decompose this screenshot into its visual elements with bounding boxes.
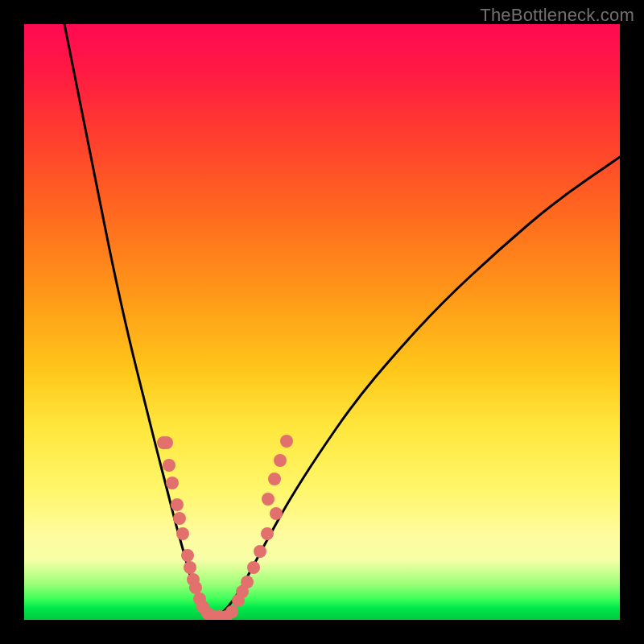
highlight-dot <box>171 498 184 511</box>
highlight-dot <box>274 454 287 467</box>
highlight-dot <box>261 527 274 540</box>
highlight-dot <box>160 436 173 449</box>
chart-frame: TheBottleneck.com <box>0 0 644 644</box>
watermark-text: TheBottleneck.com <box>480 5 634 26</box>
highlight-dot <box>254 545 266 558</box>
highlight-dot <box>268 473 281 485</box>
bottleneck-curve <box>64 24 620 617</box>
curve-layer <box>24 24 620 620</box>
highlight-dot <box>173 512 186 525</box>
highlight-dot <box>189 581 202 594</box>
plot-area <box>24 24 620 620</box>
highlight-dot <box>241 576 254 588</box>
curve-left-branch <box>64 24 216 617</box>
highlight-dot <box>184 561 196 574</box>
highlight-dot <box>166 477 179 489</box>
highlight-dot <box>176 527 189 540</box>
curve-right-branch <box>216 157 620 617</box>
highlight-dot <box>262 493 275 506</box>
highlight-dot <box>225 605 238 618</box>
highlight-dot <box>181 549 194 562</box>
highlight-dot <box>163 459 175 472</box>
highlight-dot <box>247 561 260 574</box>
highlight-dot <box>270 507 283 520</box>
highlight-dot <box>280 435 293 448</box>
